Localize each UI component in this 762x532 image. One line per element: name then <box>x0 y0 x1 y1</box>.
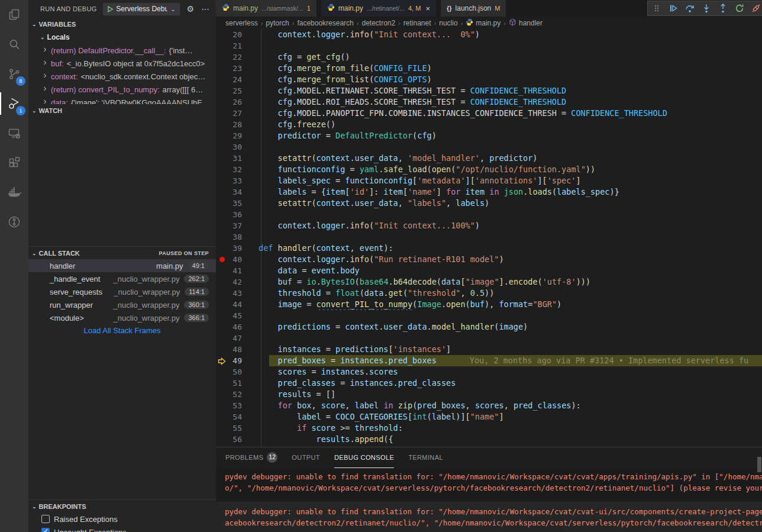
code-line[interactable]: 46 predictions = context.user_data.model… <box>216 321 762 333</box>
breakpoint-gutter[interactable] <box>216 276 228 288</box>
launch-config-dropdown[interactable]: Serverless Debu ⌄ <box>103 3 180 15</box>
breakpoint-gutter[interactable] <box>216 198 228 209</box>
code-text[interactable]: cfg.MODEL.PANOPTIC_FPN.COMBINE.INSTANCES… <box>242 108 762 119</box>
breakpoint-gutter[interactable] <box>216 333 228 344</box>
breakpoint-gutter[interactable] <box>216 423 228 434</box>
code-line[interactable]: 36 <box>216 209 762 220</box>
breakpoint-icon[interactable] <box>219 257 225 262</box>
stack-frame-row[interactable]: _handle_event_nuclio_wrapper.py262:1 <box>28 272 216 285</box>
code-text[interactable] <box>242 40 762 51</box>
code-line[interactable]: 35 setattr(context.user_data, "labels", … <box>216 198 762 209</box>
code-line[interactable]: 20 context.logger.info("Init context... … <box>216 29 762 40</box>
scope-locals[interactable]: ⌄ Locals <box>28 31 216 44</box>
breadcrumb-item[interactable]: handler <box>509 18 543 28</box>
code-line[interactable]: 31 setattr(context.user_data, 'model_han… <box>216 153 762 164</box>
breakpoint-gutter[interactable] <box>216 310 228 321</box>
breakpoints-section-header[interactable]: ⌄ BREAKPOINTS <box>28 499 216 512</box>
breadcrumb-item[interactable]: main.py <box>466 18 501 28</box>
breadcrumb-item[interactable]: pytorch <box>266 19 289 27</box>
breakpoint-gutter[interactable] <box>216 63 228 74</box>
code-text[interactable]: predictions = context.user_data.model_ha… <box>242 321 762 333</box>
variable-row[interactable]: buf:<_io.BytesIO object at 0x7f5a2dc1ecc… <box>28 57 216 70</box>
explorer-icon[interactable] <box>0 0 28 30</box>
editor-tab[interactable]: main.py.../siammask/...1 <box>216 0 317 17</box>
breakpoint-gutter[interactable] <box>216 141 228 153</box>
variables-section-header[interactable]: ⌄ VARIABLES <box>28 18 216 31</box>
variable-row[interactable]: context:<nuclio_sdk.context.Context obje… <box>28 70 216 83</box>
source-control-icon[interactable]: 8 <box>0 59 28 89</box>
variable-row[interactable]: data:{'image': 'iVBORw0KGgoAAAANSUhE… <box>28 96 216 104</box>
code-line[interactable]: 28 cfg.freeze() <box>216 119 762 130</box>
code-text[interactable]: context.logger.info("Run retinanet-R101 … <box>242 254 762 265</box>
code-text[interactable]: cfg.freeze() <box>242 119 762 130</box>
panel-scrollbar[interactable] <box>757 457 761 472</box>
code-text[interactable]: labels_spec = functionconfig['metadata']… <box>242 175 762 186</box>
close-icon[interactable]: × <box>425 4 430 13</box>
code-text[interactable]: cfg.merge_from_list(CONFIG_OPTS) <box>242 74 762 85</box>
variable-row[interactable]: (return) DefaultPredictor.__call__:{'ins… <box>28 44 216 57</box>
call-stack-section-header[interactable]: ⌄ CALL STACK PAUSED ON STEP <box>28 246 216 259</box>
git-graph-icon[interactable] <box>0 207 28 237</box>
code-text[interactable]: results.append({ <box>242 434 762 445</box>
code-text[interactable]: labels = {item['id']: item['name'] for i… <box>242 186 762 198</box>
breakpoint-gutter[interactable] <box>216 389 228 400</box>
code-text[interactable]: for box, score, label in zip(pred_boxes,… <box>242 400 762 411</box>
code-text[interactable]: context.logger.info("Init context...100%… <box>242 220 762 231</box>
code-line[interactable]: 56 results.append({ <box>216 434 762 445</box>
code-line[interactable]: 53 for box, score, label in zip(pred_box… <box>216 400 762 411</box>
breakpoint-gutter[interactable] <box>216 254 228 265</box>
code-line[interactable]: 54 label = COCO_CATEGORIES[int(label)]["… <box>216 411 762 423</box>
breakpoint-gutter[interactable] <box>216 265 228 276</box>
code-line[interactable]: 47 <box>216 333 762 344</box>
code-line[interactable]: 25 cfg.MODEL.RETINANET.SCORE_THRESH_TEST… <box>216 85 762 96</box>
code-editor[interactable]: 20 context.logger.info("Init context... … <box>216 29 762 447</box>
code-line[interactable]: 49 pred_boxes = instances.pred_boxesYou,… <box>216 355 762 366</box>
code-line[interactable]: 55 if score >= threshold: <box>216 423 762 434</box>
code-text[interactable] <box>242 141 762 153</box>
code-line[interactable]: 42 buf = io.BytesIO(base64.b64decode(dat… <box>216 276 762 288</box>
breakpoint-gutter[interactable] <box>216 220 228 231</box>
code-text[interactable]: threshold = float(data.get("threshold", … <box>242 288 762 299</box>
code-line[interactable]: 52 results = [] <box>216 389 762 400</box>
code-text[interactable]: scores = instances.scores <box>242 366 762 378</box>
breakpoint-gutter[interactable] <box>216 321 228 333</box>
breakpoint-checkbox[interactable] <box>41 528 50 532</box>
code-line[interactable]: 33 labels_spec = functionconfig['metadat… <box>216 175 762 186</box>
breakpoint-gutter[interactable] <box>216 85 228 96</box>
code-text[interactable]: instances = predictions['instances'] <box>242 344 762 355</box>
breakpoint-gutter[interactable] <box>216 108 228 119</box>
editor-tab[interactable]: main.py.../retinanet/...4, M× <box>321 0 436 17</box>
breakpoint-gutter[interactable] <box>216 243 228 254</box>
breakpoint-gutter[interactable] <box>216 288 228 299</box>
breakpoint-gutter[interactable] <box>216 29 228 40</box>
search-icon[interactable] <box>0 30 28 59</box>
panel-tab-output[interactable]: OUTPUT <box>292 447 320 468</box>
code-text[interactable]: label = COCO_CATEGORIES[int(label)]["nam… <box>242 411 762 423</box>
code-text[interactable]: cfg.MODEL.ROI_HEADS.SCORE_THRESH_TEST = … <box>242 96 762 108</box>
code-text[interactable] <box>242 333 762 344</box>
breakpoint-gutter[interactable] <box>216 130 228 141</box>
breakpoint-gutter[interactable] <box>216 51 228 63</box>
breakpoint-gutter[interactable] <box>216 231 228 243</box>
code-line[interactable]: 44 image = convert_PIL_to_numpy(Image.op… <box>216 299 762 310</box>
code-text[interactable] <box>242 231 762 243</box>
breakpoint-gutter[interactable] <box>216 355 228 366</box>
breakpoint-row[interactable]: Uncaught Exceptions <box>28 525 216 532</box>
remote-explorer-icon[interactable] <box>0 118 28 148</box>
breakpoint-gutter[interactable] <box>216 164 228 175</box>
breakpoint-gutter[interactable] <box>216 74 228 85</box>
breadcrumb-item[interactable]: detectron2 <box>361 19 395 27</box>
panel-tab-debug-console[interactable]: DEBUG CONSOLE <box>334 447 394 468</box>
panel-tab-problems[interactable]: PROBLEMS12 <box>225 447 277 468</box>
code-text[interactable]: context.logger.info("Init context... 0%"… <box>242 29 762 40</box>
code-line[interactable]: 37 context.logger.info("Init context...1… <box>216 220 762 231</box>
gear-icon[interactable]: ⚙ <box>187 4 195 14</box>
breakpoint-gutter[interactable] <box>216 411 228 423</box>
code-text[interactable]: pred_classes = instances.pred_classes <box>242 378 762 389</box>
code-text[interactable]: cfg = get_cfg() <box>242 51 762 63</box>
breakpoint-gutter[interactable] <box>216 40 228 51</box>
code-line[interactable]: 43 threshold = float(data.get("threshold… <box>216 288 762 299</box>
breakpoint-gutter[interactable] <box>216 119 228 130</box>
stack-frame-row[interactable]: serve_requests_nuclio_wrapper.py114:1 <box>28 285 216 298</box>
code-text[interactable]: data = event.body <box>242 265 762 276</box>
